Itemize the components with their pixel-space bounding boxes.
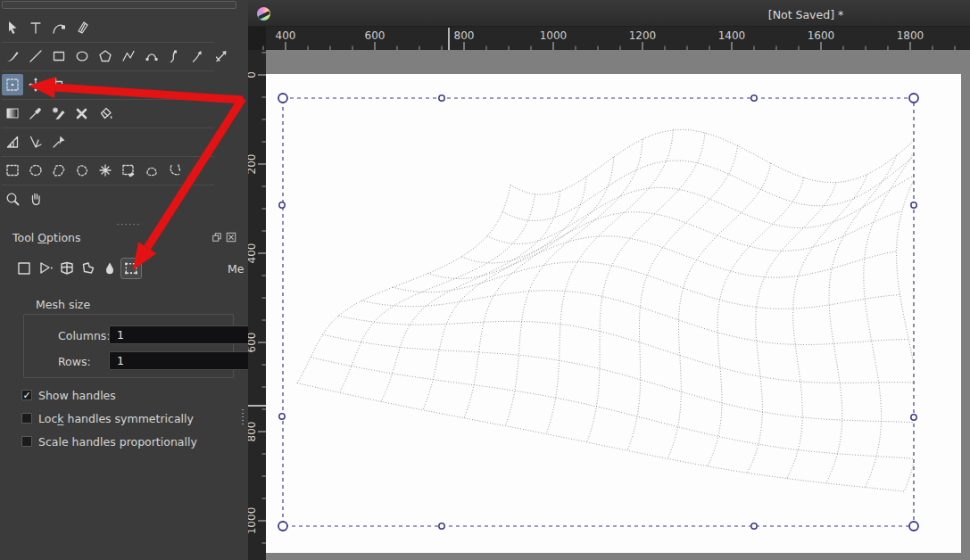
colorize-mask-icon <box>51 105 67 121</box>
checkbox-checked[interactable]: ✓ <box>21 390 32 400</box>
mode-warp-button[interactable] <box>56 258 78 279</box>
mode-perspective-button[interactable] <box>35 258 56 279</box>
pan-icon <box>28 191 44 207</box>
tool-move[interactable] <box>25 74 46 95</box>
columns-spinbox[interactable]: ▲ ▼ <box>109 325 257 344</box>
svg-text:0: 0 <box>248 71 258 78</box>
tool-freehand-path[interactable] <box>164 45 186 67</box>
mesh-control-handle[interactable] <box>911 415 916 420</box>
warp-icon <box>58 259 76 277</box>
mesh-corner-handle[interactable] <box>909 94 918 103</box>
select-shapes-icon <box>4 20 21 36</box>
tool-multibrush[interactable] <box>211 45 232 67</box>
checkbox-show-handles[interactable]: ✓Show handles <box>21 389 116 401</box>
columns-input[interactable] <box>110 326 256 343</box>
tool-bezier-curve[interactable] <box>141 45 162 67</box>
mesh-size-group-title: Mesh size <box>36 298 90 311</box>
mesh-control-handle[interactable] <box>911 202 916 208</box>
checkbox-unchecked[interactable] <box>21 413 32 424</box>
cage-icon <box>79 259 97 277</box>
smart-patch-icon <box>74 105 90 121</box>
tool-edit-shapes[interactable] <box>48 17 70 38</box>
tool-text[interactable] <box>25 17 46 38</box>
tool-polygonal-selection[interactable] <box>48 160 70 181</box>
svg-text:1200: 1200 <box>629 29 657 42</box>
mesh-control-handle[interactable] <box>439 523 444 529</box>
tool-polyline[interactable] <box>118 45 139 67</box>
tool-pan[interactable] <box>25 188 46 210</box>
color-sampler-icon <box>28 105 44 121</box>
mesh-control-handle[interactable] <box>279 414 285 419</box>
bezier-curve-icon <box>144 48 160 64</box>
mode-liquify-button[interactable] <box>99 258 120 279</box>
tool-zoom[interactable] <box>2 188 23 210</box>
tool-select-shapes[interactable] <box>2 17 23 38</box>
canvas-viewport[interactable] <box>266 50 970 560</box>
multibrush-icon <box>213 48 229 64</box>
mode-mesh-button[interactable] <box>120 258 142 279</box>
tool-freehand-selection[interactable] <box>71 160 93 181</box>
tool-calligraphy[interactable] <box>71 17 93 38</box>
tool-measure[interactable] <box>25 131 46 152</box>
tool-smart-patch[interactable] <box>71 103 93 124</box>
mesh-control-handle[interactable] <box>439 95 444 101</box>
mesh-control-handle[interactable] <box>751 523 757 529</box>
tool-magnetic-selection[interactable] <box>164 160 186 181</box>
transform-selection-box[interactable] <box>283 98 914 526</box>
tool-reference-images[interactable] <box>48 131 70 152</box>
docker-drag-handle[interactable]: ······ <box>111 218 146 230</box>
tool-color-sampler[interactable] <box>25 103 46 124</box>
docker-close-button[interactable] <box>226 232 236 243</box>
rows-input[interactable] <box>110 352 256 369</box>
toolbox-docker-header[interactable] <box>2 1 236 9</box>
mesh-corner-handle[interactable] <box>909 522 918 531</box>
checkbox-scale-handles-proportionally[interactable]: Scale handles proportionally <box>21 435 197 448</box>
tool-polygon[interactable] <box>95 45 116 67</box>
mesh-control-handle[interactable] <box>751 95 757 101</box>
checkbox-lock-handles-symmetrically[interactable]: Lock handles symmetrically <box>21 412 194 424</box>
document-titlebar: [Not Saved] * <box>248 0 970 27</box>
panel-splitter-handle[interactable] <box>242 409 244 426</box>
tool-assistants[interactable] <box>2 131 23 152</box>
tool-line[interactable] <box>25 45 46 67</box>
text-icon <box>28 20 44 36</box>
mesh-corner-handle[interactable] <box>278 522 287 531</box>
magnetic-selection-icon <box>167 162 183 178</box>
assistants-icon <box>4 134 21 150</box>
tool-elliptical-selection[interactable] <box>25 160 46 181</box>
tool-contiguous-selection[interactable] <box>95 160 116 181</box>
tool-rectangular-selection[interactable] <box>2 160 23 181</box>
tool-ellipse[interactable] <box>71 45 93 67</box>
mode-free-transform-button[interactable] <box>13 258 35 279</box>
rows-spinbox[interactable]: ▲ ▼ <box>109 351 257 370</box>
checkbox-unchecked[interactable] <box>21 436 32 447</box>
tool-bezier-selection[interactable] <box>141 160 162 181</box>
svg-text:1800: 1800 <box>897 29 924 42</box>
mesh-preview <box>297 111 949 491</box>
tool-gradient[interactable] <box>2 103 23 124</box>
checkbox-label: Lock handles symmetrically <box>38 412 194 425</box>
tool-crop[interactable] <box>48 74 70 95</box>
freehand-brush-icon <box>4 48 21 64</box>
tool-dynamic-brush[interactable] <box>187 45 209 67</box>
tool-colorize-mask[interactable] <box>48 103 70 124</box>
freehand-path-icon <box>167 48 183 64</box>
polygon-icon <box>97 48 113 64</box>
mode-cage-button[interactable] <box>78 258 99 279</box>
tool-similar-color-selection[interactable] <box>118 160 139 181</box>
transform-mode-label: Me <box>228 262 244 276</box>
mesh-corner-handle[interactable] <box>278 94 287 103</box>
document-title: [Not Saved] * <box>768 8 843 21</box>
rectangular-selection-icon <box>4 162 21 178</box>
tool-transform[interactable] <box>2 74 23 95</box>
mesh-size-group: Columns: ▲ ▼ Rows: ▲ ▼ <box>23 314 234 378</box>
tool-fill[interactable] <box>95 103 116 124</box>
perspective-icon <box>37 259 54 277</box>
svg-text:800: 800 <box>454 29 475 42</box>
svg-text:1000: 1000 <box>248 507 258 535</box>
tool-freehand-brush[interactable] <box>2 45 23 67</box>
reference-images-icon <box>51 134 67 150</box>
docker-float-button[interactable] <box>211 232 222 243</box>
tool-rectangle[interactable] <box>48 45 70 67</box>
mesh-control-handle[interactable] <box>279 202 285 208</box>
